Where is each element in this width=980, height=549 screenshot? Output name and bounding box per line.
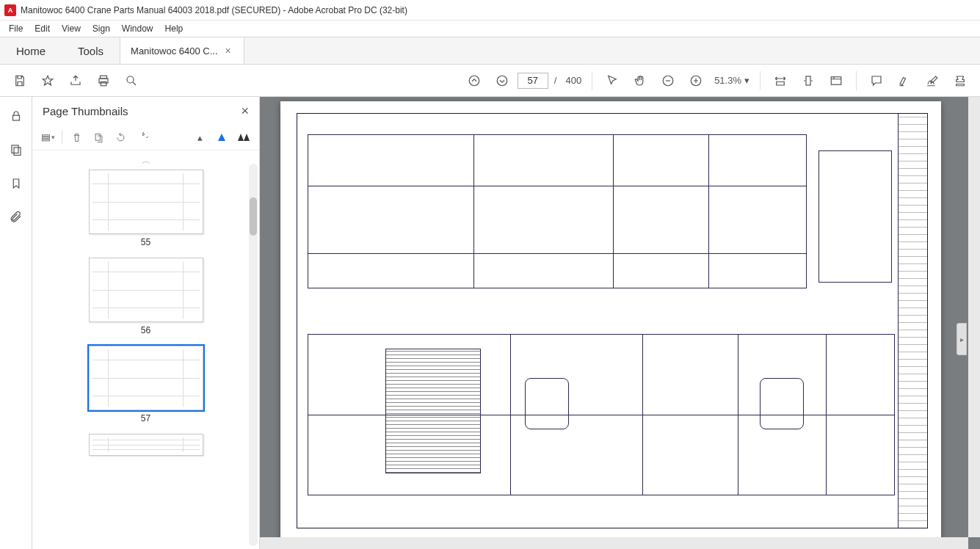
page-total: 400 — [562, 75, 584, 86]
svg-rect-10 — [12, 115, 19, 120]
thumbnail-item[interactable]: 55 — [41, 170, 250, 247]
thumbnails-scrollbar[interactable] — [249, 164, 258, 546]
page-up-button[interactable] — [462, 68, 487, 93]
svg-rect-15 — [43, 139, 50, 141]
sidebar-rail — [0, 97, 32, 549]
stamp-button[interactable] — [948, 68, 973, 93]
find-button[interactable] — [119, 68, 144, 93]
acrobat-app-icon: A — [4, 4, 16, 16]
svg-rect-9 — [831, 76, 841, 84]
rotate-cw-button[interactable] — [134, 129, 150, 145]
menubar: File Edit View Sign Window Help — [0, 21, 980, 37]
tools-pane-toggle[interactable]: ▸ — [957, 323, 967, 355]
svg-rect-11 — [12, 145, 18, 153]
thumbnails-scroll[interactable]: ︿ 55 56 57 — [32, 150, 259, 549]
thumbnail-options-button[interactable]: ▾ — [40, 129, 56, 145]
lock-icon[interactable] — [6, 106, 26, 126]
thumbnail-item[interactable]: 57 — [41, 346, 250, 423]
page-down-button[interactable] — [490, 68, 515, 93]
zoom-level-value: 51.3% — [714, 75, 741, 86]
delete-page-button[interactable] — [68, 129, 84, 145]
drawing-detail — [819, 150, 892, 283]
svg-rect-12 — [14, 148, 21, 156]
tab-document[interactable]: Manitowoc 6400 C... × — [120, 37, 244, 64]
drawing-detail — [308, 134, 807, 288]
chevron-down-icon: ▾ — [744, 75, 749, 86]
fit-page-button[interactable] — [796, 68, 821, 93]
main-toolbar: / 400 51.3% ▾ — [0, 65, 980, 97]
panel-close-button[interactable]: × — [241, 103, 249, 119]
window-title: Manitowoc 6400 Crane Parts Manual 64003 … — [21, 5, 407, 15]
menu-file[interactable]: File — [3, 22, 29, 35]
svg-point-4 — [469, 76, 479, 86]
zoom-in-button[interactable] — [683, 68, 708, 93]
highlight-button[interactable] — [892, 68, 917, 93]
thumbnails-panel: Page Thumbnails × ▾ ▴ ︿ 55 56 — [32, 97, 260, 549]
drawing-detail — [525, 378, 569, 429]
toolbar-separator — [592, 71, 592, 90]
attachments-rail-button[interactable] — [6, 207, 26, 228]
drawing-titleblock — [898, 114, 927, 528]
zoom-level-dropdown[interactable]: 51.3% ▾ — [711, 75, 752, 86]
main-content-row: Page Thumbnails × ▾ ▴ ︿ 55 56 — [0, 97, 980, 549]
selection-tool-button[interactable] — [600, 68, 625, 93]
drawing-detail — [760, 378, 804, 429]
svg-rect-14 — [43, 137, 50, 138]
sign-button[interactable] — [920, 68, 945, 93]
extract-page-button[interactable] — [90, 129, 106, 145]
separator — [62, 131, 62, 144]
svg-rect-16 — [95, 134, 100, 140]
menu-window[interactable]: Window — [116, 22, 159, 35]
thumbnails-rail-button[interactable] — [6, 139, 26, 160]
print-button[interactable] — [91, 68, 116, 93]
read-mode-button[interactable] — [824, 68, 849, 93]
thumbnails-header: Page Thumbnails × — [32, 97, 259, 125]
page-separator: / — [551, 75, 560, 86]
scroll-up-icon[interactable]: ︿ — [41, 155, 250, 165]
svg-rect-2 — [101, 81, 106, 85]
drawing-detail — [385, 349, 481, 473]
star-button[interactable] — [35, 68, 60, 93]
tab-document-label: Manitowoc 6400 C... — [131, 46, 218, 57]
drawing-frame — [297, 113, 928, 528]
svg-rect-13 — [43, 134, 50, 136]
tab-tools[interactable]: Tools — [62, 37, 120, 64]
tab-close-icon[interactable]: × — [225, 45, 231, 57]
hand-tool-button[interactable] — [628, 68, 653, 93]
rotate-ccw-button[interactable] — [112, 129, 128, 145]
svg-point-3 — [127, 76, 134, 83]
toolbar-separator — [760, 71, 761, 90]
thumbnail-item[interactable]: 56 — [41, 258, 250, 335]
svg-rect-8 — [806, 76, 810, 85]
toolbar-separator — [856, 71, 857, 90]
thumb-small-icon[interactable]: ▴ — [192, 129, 208, 145]
menu-help[interactable]: Help — [159, 22, 189, 35]
titlebar: A Manitowoc 6400 Crane Parts Manual 6400… — [0, 0, 980, 21]
thumbnail-item[interactable] — [41, 434, 250, 456]
thumb-medium-icon[interactable] — [214, 129, 230, 145]
comment-button[interactable] — [864, 68, 889, 93]
document-viewer[interactable]: ▸ — [260, 97, 980, 549]
zoom-out-button[interactable] — [656, 68, 680, 93]
thumbnail-label: 55 — [41, 237, 250, 247]
thumbnail-label: 57 — [41, 413, 250, 423]
viewer-horizontal-scrollbar[interactable] — [260, 537, 968, 549]
menu-sign[interactable]: Sign — [87, 22, 116, 35]
svg-point-5 — [497, 76, 507, 86]
scrollbar-handle[interactable] — [250, 197, 257, 236]
share-button[interactable] — [63, 68, 88, 93]
viewer-vertical-scrollbar[interactable] — [968, 97, 980, 537]
menu-edit[interactable]: Edit — [29, 22, 56, 35]
thumb-large-icon[interactable] — [236, 129, 252, 145]
save-button[interactable] — [7, 68, 32, 93]
page-number-input[interactable] — [518, 73, 548, 89]
tab-row: Home Tools Manitowoc 6400 C... × — [0, 37, 980, 65]
thumbnails-title: Page Thumbnails — [43, 105, 128, 117]
menu-view[interactable]: View — [56, 22, 87, 35]
thumbnail-label: 56 — [41, 325, 250, 335]
pdf-page — [280, 101, 941, 542]
thumbnails-toolbar: ▾ ▴ — [32, 125, 259, 150]
tab-home[interactable]: Home — [0, 37, 62, 64]
bookmarks-rail-button[interactable] — [6, 173, 26, 194]
fit-width-button[interactable] — [768, 68, 793, 93]
